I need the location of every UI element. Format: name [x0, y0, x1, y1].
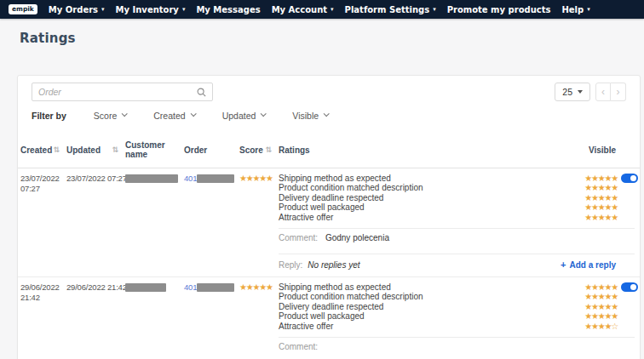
- controls: 25 ‹ › Filter by Score Created: [18, 76, 640, 121]
- sort-icon[interactable]: ⇅: [112, 145, 118, 154]
- rating-criterion: Product well packaged ★★★★★: [279, 311, 640, 321]
- rating-criterion: Attractive offer ★★★★★: [279, 213, 640, 222]
- criterion-label: Shipping method as expected: [279, 174, 577, 183]
- rating-criterion: Attractive offer ★★★★☆: [279, 322, 640, 331]
- criteria-list: Shipping method as expected ★★★★★ Produc…: [279, 174, 640, 222]
- criterion-stars: ★★★★★: [577, 193, 618, 202]
- table-header-row: Created ⇅ Updated ⇅ Customer name Order …: [18, 132, 640, 168]
- order-link[interactable]: 401: [184, 174, 197, 184]
- filter-bar: Filter by Score Created Updated Visible: [32, 111, 626, 121]
- table-row: 23/07/2022 07:27 23/07/2022 07:27 401 ★★…: [18, 168, 640, 276]
- search-input[interactable]: [38, 87, 197, 97]
- order-search[interactable]: [32, 83, 213, 101]
- chevron-down-icon: [578, 90, 583, 94]
- criterion-label: Product condition matched description: [279, 183, 577, 192]
- filter-visible[interactable]: Visible: [292, 111, 328, 121]
- ratings-detail: Shipping method as expected ★★★★★ Produc…: [279, 282, 640, 359]
- logo[interactable]: empik: [9, 4, 37, 14]
- chevron-left-icon: ‹: [601, 86, 605, 98]
- reply-status: No replies yet: [308, 260, 359, 270]
- criterion-label: Product condition matched description: [279, 292, 577, 301]
- column-header-ratings: Ratings: [279, 140, 566, 159]
- rating-criterion: Product condition matched description ★★…: [279, 183, 640, 192]
- nav-items: My Orders ▾ My Inventory ▾ My Messages ▾…: [49, 5, 590, 14]
- reply-label: Reply:: [279, 260, 302, 270]
- criterion-stars: ★★★★★: [577, 311, 618, 321]
- criterion-label: Product well packaged: [279, 311, 577, 321]
- prev-page-button[interactable]: ‹: [595, 83, 611, 101]
- customer-cell: [125, 282, 184, 359]
- column-header-score[interactable]: Score ⇅: [239, 140, 279, 159]
- chevron-down-icon: ▾: [587, 7, 590, 13]
- redacted-order-number: [197, 174, 234, 183]
- criterion-label: Shipping method as expected: [279, 282, 577, 292]
- redacted-customer-name: [125, 283, 166, 292]
- page-size-value: 25: [562, 87, 572, 97]
- comment-label: Comment:: [279, 342, 318, 351]
- criterion-stars: ★★★★☆: [577, 322, 618, 331]
- chevron-down-icon: ▾: [101, 7, 105, 13]
- column-header-updated[interactable]: Updated ⇅: [66, 140, 125, 159]
- filter-items: Score Created Updated Visible: [94, 111, 328, 121]
- nav-item-my-inventory[interactable]: My Inventory ▾: [116, 5, 186, 14]
- order-link[interactable]: 401: [184, 282, 197, 293]
- page-size-select[interactable]: 25: [555, 83, 590, 101]
- visible-toggle[interactable]: [621, 174, 638, 183]
- nav-item-my-messages[interactable]: My Messages ▾: [196, 5, 260, 14]
- criterion-stars: ★★★★★: [577, 302, 618, 311]
- search-icon[interactable]: [197, 88, 206, 97]
- nav-item-my-account[interactable]: My Account ▾: [272, 5, 334, 14]
- updated-cell: 23/07/2022 07:27: [66, 174, 125, 276]
- redacted-order-number: [197, 283, 234, 292]
- plus-icon: +: [561, 259, 566, 270]
- rating-criterion: Product condition matched description ★★…: [279, 292, 640, 301]
- sort-icon[interactable]: ⇅: [53, 145, 60, 154]
- rating-criterion: Delivery deadline respected ★★★★★: [279, 193, 640, 202]
- chevron-down-icon: [122, 111, 128, 117]
- comment-label: Comment:: [279, 233, 318, 242]
- customer-cell: [125, 174, 184, 276]
- criterion-label: Delivery deadline respected: [279, 193, 577, 202]
- rating-criterion: Product well packaged ★★★★★: [279, 202, 640, 212]
- score-stars: ★★★★★: [239, 282, 279, 359]
- chevron-down-icon: ▾: [331, 7, 334, 13]
- add-reply-button[interactable]: + Add a reply: [561, 259, 616, 270]
- visible-toggle[interactable]: [621, 282, 638, 292]
- sort-icon[interactable]: ⇅: [265, 145, 272, 154]
- ratings-card: 25 ‹ › Filter by Score Created: [17, 75, 641, 359]
- chevron-down-icon: [324, 111, 330, 117]
- order-cell: 401: [184, 174, 239, 276]
- score-stars: ★★★★★: [239, 174, 279, 276]
- criterion-stars: ★★★★★: [577, 282, 618, 292]
- criterion-stars: ★★★★★: [577, 202, 618, 212]
- chevron-down-icon: [261, 111, 267, 117]
- redacted-customer-name: [125, 174, 178, 183]
- criterion-label: Delivery deadline respected: [279, 302, 577, 311]
- column-header-customer-name: Customer name: [125, 140, 184, 159]
- chevron-down-icon: ▾: [433, 7, 436, 13]
- filter-score[interactable]: Score: [94, 111, 126, 121]
- criterion-label: Attractive offer: [279, 213, 577, 222]
- criterion-stars: ★★★★★: [577, 213, 618, 222]
- chevron-right-icon: ›: [617, 86, 620, 98]
- updated-cell: 29/06/2022 21:42: [66, 282, 125, 359]
- chevron-down-icon: [190, 111, 196, 117]
- filter-created[interactable]: Created: [153, 111, 194, 121]
- table-row: 29/06/2022 21:42 29/06/2022 21:42 401 ★★…: [18, 276, 640, 359]
- criterion-stars: ★★★★★: [577, 183, 618, 192]
- column-header-visible: Visible: [566, 140, 640, 159]
- criterion-label: Attractive offer: [279, 322, 577, 331]
- ratings-table: Created ⇅ Updated ⇅ Customer name Order …: [18, 132, 640, 359]
- column-header-order: Order: [184, 140, 239, 159]
- filter-updated[interactable]: Updated: [222, 111, 266, 121]
- nav-item-platform-settings[interactable]: Platform Settings ▾: [345, 5, 436, 14]
- nav-item-my-orders[interactable]: My Orders ▾: [49, 5, 105, 14]
- criterion-stars: ★★★★★: [577, 292, 618, 301]
- next-page-button[interactable]: ›: [611, 83, 626, 101]
- comment-text: Godny polecenia: [325, 233, 389, 242]
- column-header-created[interactable]: Created ⇅: [18, 140, 66, 159]
- nav-item-help[interactable]: Help ▾: [561, 5, 589, 14]
- rating-criterion: Shipping method as expected ★★★★★: [279, 174, 640, 183]
- criterion-stars: ★★★★★: [577, 174, 618, 183]
- nav-item-promote-my-products[interactable]: Promote my products ▾: [447, 5, 551, 14]
